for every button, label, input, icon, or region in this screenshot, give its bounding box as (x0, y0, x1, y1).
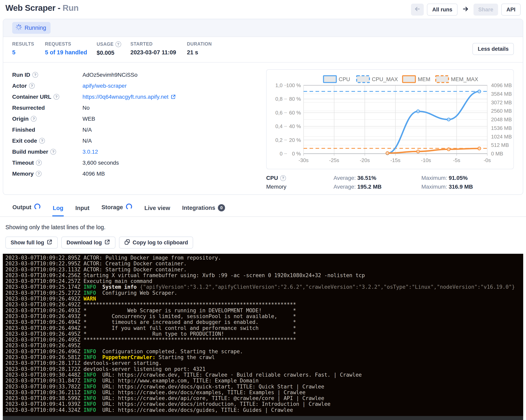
log-line: 2023-03-07T10:09:41.939Z INFO URL: https… (5, 401, 523, 407)
arrow-left-icon (414, 6, 421, 14)
stat-requests-label: REQUESTS (45, 41, 97, 47)
svg-text:-5s: -5s (453, 157, 460, 163)
svg-text:2048 MB: 2048 MB (491, 116, 512, 123)
copy-log-button[interactable]: Copy log to clipboard (119, 236, 193, 249)
help-icon[interactable] (39, 138, 45, 144)
stat-usage-label: USAGE (97, 41, 130, 47)
cpu-label: CPU (266, 175, 278, 181)
api-label: API (506, 7, 516, 13)
stat-duration: DURATION 21 s (187, 41, 212, 56)
detail-label-text: Origin (12, 116, 29, 122)
copy-icon (124, 239, 130, 246)
loading-spinner-icon (34, 203, 41, 211)
tab-live-view[interactable]: Live view (144, 202, 171, 216)
detail-label: Finished (12, 127, 82, 133)
share-button[interactable]: Share (474, 4, 498, 16)
log-notice: Showing only the latest lines of the log… (5, 224, 521, 231)
tab-input[interactable]: Input (75, 202, 90, 216)
cpu-average: Average: 36.51% (334, 175, 421, 181)
less-details-label: Less details (478, 46, 509, 52)
log-line: 2023-03-07T10:09:28.171Z devtools-server… (5, 360, 523, 366)
svg-text:-15s: -15s (390, 157, 401, 163)
log-line: 2023-03-07T10:09:44.324Z INFO URL: https… (5, 407, 523, 413)
usage-chart-card: 1,00,80,60,40,20100 %80 %60 %40 %20 %0 %… (266, 69, 514, 169)
memory-maximum-key: Maximum: (421, 184, 447, 190)
log-line: 2023-03-07T10:09:26.492Z WARN (5, 296, 523, 302)
tab-log[interactable]: Log (52, 202, 64, 216)
log-line: 2023-03-07T10:09:23.113Z ACTOR: Starting… (5, 267, 523, 273)
stat-started-value: 2023-03-07 11:09 (130, 49, 187, 56)
log-line: 2023-03-07T10:09:36.211Z INFO URL: https… (5, 390, 523, 395)
svg-text:MEM: MEM (418, 76, 430, 82)
legend-swatch (357, 76, 369, 82)
detail-label: Run ID (12, 72, 82, 78)
detail-value-link[interactable]: apify/web-scraper (82, 83, 127, 89)
previous-run-button[interactable] (411, 4, 424, 16)
show-full-log-button[interactable]: Show full log (5, 236, 58, 249)
help-icon[interactable] (53, 94, 59, 100)
legend-swatch (436, 76, 448, 82)
console-scrollbar[interactable] (3, 416, 523, 420)
detail-label-text: Build number (12, 149, 48, 155)
detail-value-link[interactable]: 3.0.12 (82, 149, 98, 155)
legend-swatch (324, 76, 336, 82)
svg-text:-20s: -20s (360, 157, 370, 163)
tab-integrations[interactable]: Integrations 0 (182, 201, 225, 216)
log-console[interactable]: 2023-03-07T10:09:22.895Z ACTOR: Pulling … (3, 254, 523, 420)
tab-output[interactable]: Output (12, 200, 41, 216)
download-log-button[interactable]: Download log (61, 236, 115, 249)
log-line: 2023-03-07T10:09:26.493Z * Concurrency i… (5, 314, 523, 319)
svg-text:0,4: 0,4 (275, 123, 283, 129)
detail-value: N/A (82, 138, 92, 144)
svg-text:40 %: 40 % (289, 123, 301, 129)
detail-value: WEB (82, 116, 95, 122)
status-label: Running (25, 25, 46, 31)
log-line: 2023-03-07T10:09:26.496Z INFO Configurat… (5, 349, 523, 354)
cpu-maximum-value: 91.05% (449, 175, 468, 181)
api-button[interactable]: API (501, 4, 521, 16)
help-icon[interactable] (32, 72, 38, 78)
stat-requests-value[interactable]: 5 of 19 handled (45, 49, 97, 56)
memory-label: Memory (266, 184, 286, 190)
tabs: Output Log Input Storage Live view (12, 200, 521, 216)
next-run-button[interactable] (461, 4, 470, 16)
help-icon[interactable] (31, 116, 37, 122)
header-actions: All runs Share API (411, 4, 521, 16)
svg-text:0: 0 (280, 151, 283, 157)
svg-text:3072 MB: 3072 MB (491, 100, 512, 105)
run-card-body: Run IDAdOz5evimh9NCiSSoActorapify/web-sc… (3, 62, 523, 195)
tab-input-label: Input (75, 205, 90, 211)
stat-usage-label-text: USAGE (97, 41, 114, 47)
detail-label: Actor (12, 83, 82, 89)
detail-value: https://0q64wnacgyft.runs.apify.net (82, 94, 176, 100)
run-detail-page: Web Scraper - Run All runs Share API (0, 0, 526, 420)
detail-value-link[interactable]: https://0q64wnacgyft.runs.apify.net (82, 94, 169, 100)
tab-integrations-label: Integrations (182, 205, 215, 211)
detail-label-text: Run ID (12, 72, 30, 78)
all-runs-button[interactable]: All runs (427, 4, 457, 16)
log-lines: 2023-03-07T10:09:22.895Z ACTOR: Pulling … (5, 255, 523, 413)
svg-text:0,2: 0,2 (275, 137, 283, 143)
detail-value: 3,600 seconds (82, 160, 119, 166)
stat-duration-value: 21 s (187, 49, 212, 56)
legend-swatch (403, 76, 415, 82)
svg-text:-30s: -30s (299, 157, 309, 163)
cpu-maximum-key: Maximum: (421, 175, 447, 181)
all-runs-label: All runs (432, 7, 452, 13)
actor-title: Web Scraper - (5, 3, 60, 13)
help-icon[interactable] (280, 175, 286, 181)
help-icon[interactable] (36, 160, 42, 166)
help-icon[interactable] (29, 83, 35, 89)
tab-output-label: Output (12, 204, 31, 211)
tab-storage[interactable]: Storage (101, 200, 133, 216)
stat-results-value[interactable]: 5 (12, 49, 45, 56)
less-details-button[interactable]: Less details (473, 43, 514, 55)
log-line: 2023-03-07T10:09:26.581Z INFO PuppeteerC… (5, 354, 523, 360)
svg-text:CPU: CPU (339, 76, 350, 82)
help-icon[interactable] (36, 171, 41, 177)
help-icon[interactable] (115, 41, 121, 47)
svg-text:512 MB: 512 MB (491, 142, 509, 148)
help-icon[interactable] (50, 149, 56, 155)
memory-summary-row: Memory Average: 195.2 MB Maximum: 316.9 … (266, 183, 514, 191)
log-line: 2023-03-07T10:09:30.448Z INFO URL: https… (5, 372, 523, 378)
